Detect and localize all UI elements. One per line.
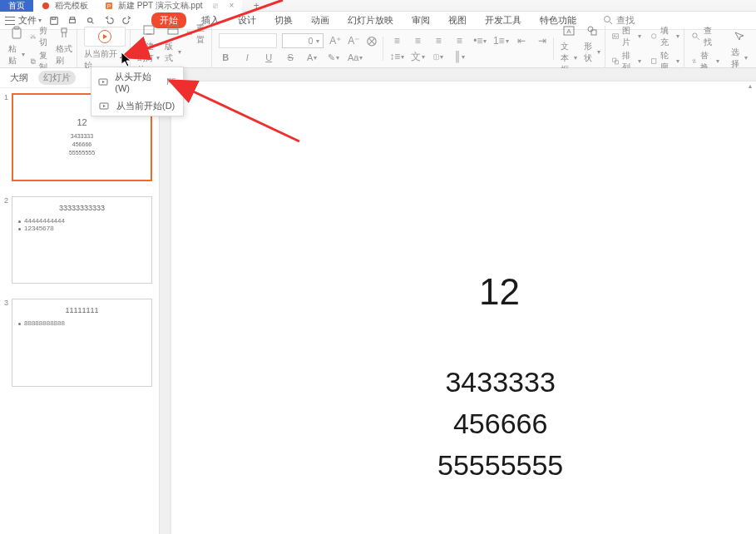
- thumb-slide-3[interactable]: 11111111 88888888888: [12, 299, 152, 387]
- shapes-icon[interactable]: [584, 22, 600, 39]
- layout-label: 版式▾: [165, 41, 181, 64]
- svg-rect-6: [70, 17, 74, 19]
- highlight-icon[interactable]: ✎▾: [327, 51, 340, 64]
- bullets-icon[interactable]: •≡▾: [473, 34, 487, 47]
- tab-document-unsaved: ⎚: [213, 1, 218, 10]
- add-tab-button[interactable]: +: [252, 2, 260, 10]
- italic-icon[interactable]: I: [240, 51, 254, 64]
- font-size-combo[interactable]: 0▾: [282, 33, 324, 48]
- svg-text:A: A: [567, 27, 572, 35]
- monitor-play-icon: [98, 101, 110, 112]
- font-color-icon[interactable]: A▾: [305, 51, 319, 64]
- play-from-start-label: 从头开始(W): [115, 71, 160, 93]
- shapes-label: 形状▾: [584, 41, 600, 64]
- tab-document[interactable]: P 新建 PPT 演示文稿.ppt ⎚ ×: [96, 0, 242, 12]
- cut-button[interactable]: 剪切: [30, 25, 51, 48]
- svg-rect-22: [168, 26, 178, 34]
- numbering-icon[interactable]: 1≡▾: [494, 34, 507, 47]
- paste-label: 粘贴▾: [8, 43, 25, 67]
- indent-inc-icon[interactable]: ⇥: [536, 34, 549, 47]
- thumb-title: 12: [77, 117, 86, 127]
- redo-icon[interactable]: [121, 15, 133, 27]
- thumb-slide-2[interactable]: 33333333333 44444444444 12345678: [12, 196, 152, 284]
- scroll-up-icon[interactable]: ▴: [746, 82, 754, 90]
- ribbon-tab-design[interactable]: 设计: [235, 12, 259, 28]
- chevron-down-icon: ▾: [38, 17, 42, 24]
- svg-rect-32: [613, 58, 616, 62]
- clear-formatting-icon[interactable]: ⨂: [365, 34, 378, 47]
- svg-line-8: [91, 21, 94, 23]
- group-play: 从当前开始▾: [79, 27, 131, 72]
- play-from-current[interactable]: 从当前开始(D): [91, 96, 183, 116]
- ribbon-tab-slideshow[interactable]: 幻灯片放映: [344, 12, 397, 28]
- text-direction-icon[interactable]: 文▾: [411, 50, 424, 63]
- ribbon-tab-dev[interactable]: 开发工具: [482, 12, 525, 28]
- svg-point-35: [693, 33, 697, 37]
- ribbon-tabs: 开始 插入 设计 切换 动画 幻灯片放映 审阅 视图 开发工具 特色功能: [151, 12, 580, 28]
- slide-stage[interactable]: 12 3433333 456666 55555555 ▴: [160, 68, 756, 534]
- group-select: 选择▾: [726, 28, 753, 70]
- thumb-body: 3433333 456666 55555555: [69, 132, 95, 157]
- svg-rect-11: [12, 28, 21, 38]
- tab-home-label: 首页: [8, 0, 25, 12]
- font-family-combo[interactable]: [219, 33, 277, 48]
- bold-icon[interactable]: B: [219, 51, 232, 64]
- ribbon-tab-view[interactable]: 视图: [445, 12, 470, 28]
- strike-icon[interactable]: S: [284, 51, 297, 64]
- newslide-icon[interactable]: [141, 22, 157, 39]
- tab-template[interactable]: 稻壳模板: [33, 0, 96, 12]
- play-from-start[interactable]: 从头开始(W) F5: [91, 67, 183, 96]
- tab-template-label: 稻壳模板: [55, 0, 88, 12]
- ribbon-tab-review[interactable]: 审阅: [408, 12, 433, 28]
- undo-icon[interactable]: [103, 15, 115, 27]
- slide-body[interactable]: 3433333 456666 55555555: [437, 361, 563, 486]
- picture-button[interactable]: 图片▾ 填充▾: [612, 25, 679, 48]
- content-area: 大纲 幻灯片 1 12 3433333 456666 55555555 2: [0, 68, 756, 534]
- ribbon-body: 粘贴▾ 剪切 复制 格式刷 从当前开始▾ 新建幻灯片▾: [0, 30, 756, 68]
- group-paragraph: ≡ ≡ ≡ ≡ •≡▾ 1≡▾ ⇤ ⇥ ↕≡▾ 文▾ ⎅▾ ║▾: [385, 34, 554, 63]
- font-shrink-icon[interactable]: A⁻: [347, 34, 360, 47]
- svg-rect-5: [70, 19, 76, 22]
- play-button[interactable]: [84, 27, 126, 47]
- formatbrush-icon[interactable]: [56, 25, 72, 42]
- current-slide[interactable]: 12 3433333 456666 55555555: [171, 82, 756, 534]
- close-icon[interactable]: ×: [230, 1, 235, 10]
- section-button[interactable]: 重置: [186, 22, 207, 46]
- paste-icon[interactable]: [8, 25, 25, 42]
- svg-rect-33: [615, 61, 619, 64]
- align-left-icon[interactable]: ≡: [390, 34, 403, 47]
- layout-icon[interactable]: [165, 22, 181, 39]
- stage-scrollbar[interactable]: ▴: [746, 82, 754, 531]
- ribbon-tab-transition[interactable]: 切换: [271, 12, 296, 28]
- line-spacing-icon[interactable]: ↕≡▾: [390, 50, 403, 63]
- group-font: 0▾ A⁺ A⁻ ⨂ B I U S A▾ ✎▾ Aa▾: [214, 33, 383, 64]
- monitor-play-icon: [98, 77, 108, 88]
- find-button[interactable]: 查找: [691, 25, 719, 48]
- textbox-icon[interactable]: A: [561, 22, 577, 39]
- thumbnail-list[interactable]: 1 12 3433333 456666 55555555 2 333333333…: [0, 88, 159, 534]
- thumb-slot: 3 11111111 88888888888: [2, 299, 152, 387]
- outline-tab-outline[interactable]: 大纲: [5, 71, 33, 85]
- align-justify-icon[interactable]: ≡: [452, 34, 466, 47]
- change-case-icon[interactable]: Aa▾: [348, 51, 362, 64]
- ribbon-tab-animation[interactable]: 动画: [308, 12, 333, 28]
- font-grow-icon[interactable]: A⁺: [329, 34, 342, 47]
- preview-icon[interactable]: [85, 15, 96, 27]
- outline-tab-thumbs[interactable]: 幻灯片: [38, 71, 76, 85]
- indent-dec-icon[interactable]: ⇤: [515, 34, 528, 47]
- window-tab-strip: 首页 稻壳模板 P 新建 PPT 演示文稿.ppt ⎚ × +: [0, 0, 756, 12]
- outline-panel: 大纲 幻灯片 1 12 3433333 456666 55555555 2: [0, 68, 160, 534]
- svg-rect-17: [31, 59, 34, 62]
- align-center-icon[interactable]: ≡: [411, 34, 424, 47]
- slide-title[interactable]: 12: [479, 271, 520, 313]
- select-icon[interactable]: [731, 28, 748, 45]
- thumb-title: 33333333333: [59, 204, 105, 212]
- underline-icon[interactable]: U: [262, 51, 275, 64]
- align-text-icon[interactable]: ⎅▾: [432, 50, 445, 63]
- hamburger-icon[interactable]: [5, 17, 15, 25]
- group-clipboard: 粘贴▾ 剪切 复制 格式刷: [3, 25, 77, 73]
- columns-icon[interactable]: ║▾: [452, 50, 466, 63]
- thumb-body: 88888888888: [12, 319, 151, 327]
- align-right-icon[interactable]: ≡: [432, 34, 445, 47]
- tab-home[interactable]: 首页: [0, 0, 33, 12]
